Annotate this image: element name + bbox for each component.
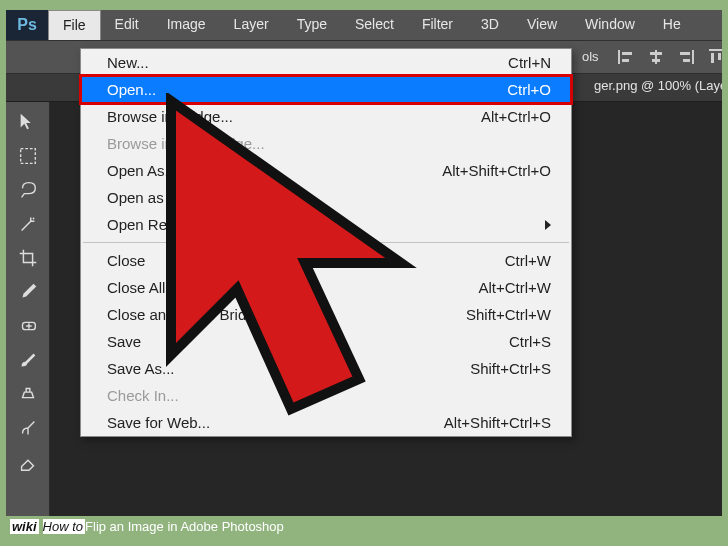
menu-item-label: Save As... xyxy=(107,360,175,377)
menu-item-shortcut: Ctrl+O xyxy=(507,81,551,98)
svg-rect-7 xyxy=(680,52,690,55)
menubar-item-edit[interactable]: Edit xyxy=(101,10,153,40)
move-tool[interactable] xyxy=(11,106,45,138)
menu-item-shortcut: Ctrl+W xyxy=(505,252,551,269)
svg-point-13 xyxy=(32,218,34,220)
menu-item-close-go-bridge[interactable]: Close and Go to Bridge... Shift+Ctrl+W xyxy=(81,301,571,328)
options-label-fragment: ols xyxy=(582,49,599,64)
menu-item-label: Check In... xyxy=(107,387,179,404)
healing-brush-tool[interactable] xyxy=(11,310,45,342)
brush-tool[interactable] xyxy=(11,344,45,376)
menu-item-label: Open Recent xyxy=(107,216,195,233)
menu-item-shortcut: Ctrl+N xyxy=(508,54,551,71)
menu-item-label: Browse in Mini Bridge... xyxy=(107,135,265,152)
history-brush-tool[interactable] xyxy=(11,412,45,444)
eyedropper-tool[interactable] xyxy=(11,276,45,308)
caption-title: Flip an Image in Adobe Photoshop xyxy=(85,519,284,534)
menu-item-save[interactable]: Save Ctrl+S xyxy=(81,328,571,355)
menu-item-shortcut: Shift+Ctrl+W xyxy=(466,306,551,323)
app-window: Ps File Edit Image Layer Type Select Fil… xyxy=(6,10,722,516)
clone-stamp-tool[interactable] xyxy=(11,378,45,410)
menu-item-shortcut: Shift+Ctrl+S xyxy=(470,360,551,377)
svg-rect-2 xyxy=(622,59,629,62)
svg-rect-1 xyxy=(622,52,632,55)
align-buttons xyxy=(616,47,722,67)
menu-item-open[interactable]: Open... Ctrl+O xyxy=(81,76,571,103)
menubar-item-type[interactable]: Type xyxy=(283,10,341,40)
menu-item-new[interactable]: New... Ctrl+N xyxy=(81,49,571,76)
menu-item-label: Save for Web... xyxy=(107,414,210,431)
menubar-item-filter[interactable]: Filter xyxy=(408,10,467,40)
svg-rect-4 xyxy=(650,52,662,55)
menubar-item-view[interactable]: View xyxy=(513,10,571,40)
menu-item-browse-bridge[interactable]: Browse in Bridge... Alt+Ctrl+O xyxy=(81,103,571,130)
menu-item-shortcut: Alt+Ctrl+O xyxy=(481,108,551,125)
menu-item-label: Open... xyxy=(107,81,156,98)
menu-item-label: Close xyxy=(107,252,145,269)
svg-rect-5 xyxy=(652,59,660,62)
document-tab[interactable]: ger.png @ 100% (Laye xyxy=(594,78,722,93)
menu-item-open-smart-object[interactable]: Open as Smart Object... xyxy=(81,184,571,211)
menubar-item-select[interactable]: Select xyxy=(341,10,408,40)
menu-item-close-all[interactable]: Close All Alt+Ctrl+W xyxy=(81,274,571,301)
menu-item-shortcut: Alt+Shift+Ctrl+S xyxy=(444,414,551,431)
eraser-tool[interactable] xyxy=(11,446,45,478)
caption-footer: wikiHow to Flip an Image in Adobe Photos… xyxy=(6,514,722,538)
menu-item-close[interactable]: Close Ctrl+W xyxy=(81,247,571,274)
svg-rect-9 xyxy=(709,49,722,51)
lasso-tool[interactable] xyxy=(11,174,45,206)
svg-rect-10 xyxy=(711,53,714,63)
menu-separator xyxy=(83,242,569,243)
menu-item-browse-mini-bridge: Browse in Mini Bridge... xyxy=(81,130,571,157)
file-menu-dropdown: New... Ctrl+N Open... Ctrl+O Browse in B… xyxy=(80,48,572,437)
menu-item-open-recent[interactable]: Open Recent xyxy=(81,211,571,238)
menubar: Ps File Edit Image Layer Type Select Fil… xyxy=(6,10,722,40)
align-top-icon[interactable] xyxy=(706,47,722,67)
marquee-tool[interactable] xyxy=(11,140,45,172)
app-logo: Ps xyxy=(6,10,48,40)
menu-item-label: Open As... xyxy=(107,162,177,179)
menu-item-shortcut: Alt+Shift+Ctrl+O xyxy=(442,162,551,179)
brand-text: wiki xyxy=(10,519,39,534)
menu-item-label: Open as Smart Object... xyxy=(107,189,268,206)
svg-rect-6 xyxy=(692,50,694,64)
menu-item-label: Save xyxy=(107,333,141,350)
menubar-item-window[interactable]: Window xyxy=(571,10,649,40)
brand-text-2: How to xyxy=(43,519,85,534)
align-left-icon[interactable] xyxy=(616,47,636,67)
menu-item-label: Close and Go to Bridge... xyxy=(107,306,275,323)
svg-rect-0 xyxy=(618,50,620,64)
menubar-item-3d[interactable]: 3D xyxy=(467,10,513,40)
ps-logo-text: Ps xyxy=(17,16,37,34)
menu-item-check-in: Check In... xyxy=(81,382,571,409)
svg-rect-12 xyxy=(20,149,35,164)
submenu-arrow-icon xyxy=(545,220,551,230)
svg-rect-11 xyxy=(718,53,721,60)
align-right-icon[interactable] xyxy=(676,47,696,67)
align-center-h-icon[interactable] xyxy=(646,47,666,67)
menubar-item-image[interactable]: Image xyxy=(153,10,220,40)
menu-item-shortcut: Ctrl+S xyxy=(509,333,551,350)
tools-panel xyxy=(6,102,50,516)
menubar-item-help[interactable]: He xyxy=(649,10,695,40)
svg-rect-8 xyxy=(683,59,690,62)
crop-tool[interactable] xyxy=(11,242,45,274)
menu-item-open-as[interactable]: Open As... Alt+Shift+Ctrl+O xyxy=(81,157,571,184)
menu-item-label: Browse in Bridge... xyxy=(107,108,233,125)
menu-item-save-as[interactable]: Save As... Shift+Ctrl+S xyxy=(81,355,571,382)
menu-item-save-for-web[interactable]: Save for Web... Alt+Shift+Ctrl+S xyxy=(81,409,571,436)
menubar-item-file[interactable]: File xyxy=(48,10,101,40)
menu-item-label: New... xyxy=(107,54,149,71)
magic-wand-tool[interactable] xyxy=(11,208,45,240)
menubar-item-layer[interactable]: Layer xyxy=(220,10,283,40)
menu-item-shortcut: Alt+Ctrl+W xyxy=(478,279,551,296)
menu-item-label: Close All xyxy=(107,279,165,296)
